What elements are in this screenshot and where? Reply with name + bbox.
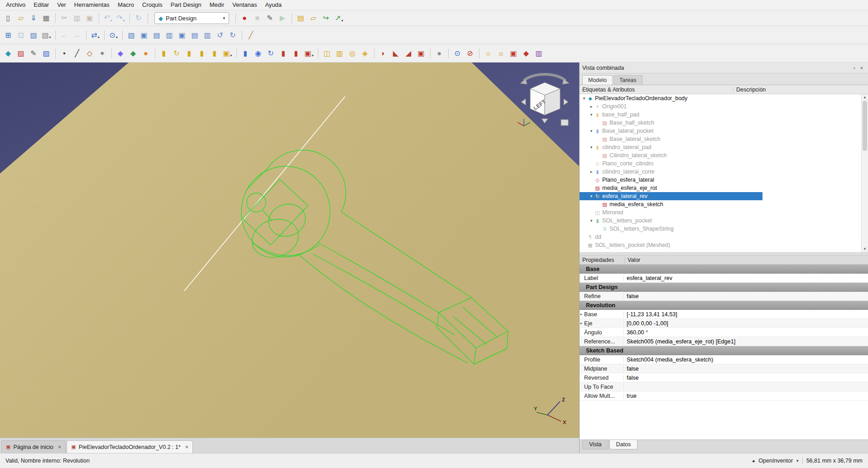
expander-icon[interactable]: ▸ <box>580 321 584 325</box>
tree-item-dd[interactable]: ¶ dd <box>580 233 861 241</box>
property-value[interactable]: esfera_lateral_rev <box>624 275 868 281</box>
datum-plane-button[interactable]: ◇ <box>84 47 96 59</box>
navcube-arrow-right[interactable] <box>564 99 568 105</box>
view-right-button[interactable]: ▥ <box>163 29 176 41</box>
property-value[interactable]: false <box>624 293 868 299</box>
tab-datos[interactable]: Datos <box>609 440 638 449</box>
menu-archivo[interactable]: Archivo <box>2 0 29 10</box>
expander-icon[interactable]: ▾ <box>589 112 594 117</box>
view-front-button[interactable]: ▣ <box>138 29 150 41</box>
tree-item-media-esfera-eje-rot[interactable]: ▨ media_esfera_eje_rot <box>580 184 861 192</box>
property-value[interactable]: false <box>624 375 868 381</box>
expander-icon[interactable]: ▸ <box>580 312 584 316</box>
create-sketch-button[interactable]: ▨ <box>15 47 27 59</box>
tree-item-plano-esfera-lateral[interactable]: ◇ Plano_esfera_lateral <box>580 176 861 184</box>
boolean-button[interactable]: ● <box>433 47 446 59</box>
macro-play-button[interactable]: ▶ <box>277 12 289 24</box>
navcube-arrow-down[interactable] <box>542 119 548 123</box>
tree-item-plano-corte-cilindro[interactable]: ◇ Plano_corte_cilindro <box>580 159 861 168</box>
chevron-down-icon[interactable]: ▾ <box>796 458 799 463</box>
tree-item-mirrored[interactable]: ◫ Mirrored <box>580 208 861 217</box>
prop-refine[interactable]: Refine false <box>580 292 868 301</box>
sprocket-button[interactable]: ☼ <box>482 47 494 59</box>
property-value[interactable]: Sketch005 (media_esfera_eje_rot) [Edge1] <box>624 338 868 345</box>
fit-selection-button[interactable]: ⊡ <box>15 29 27 41</box>
involute-gear-button[interactable]: ☼ <box>495 47 507 59</box>
menu-ver[interactable]: Ver <box>53 0 70 10</box>
mirrored-button[interactable]: ◫ <box>321 47 333 59</box>
draw-style-button[interactable]: ▧▾ <box>40 29 53 41</box>
tree-item-sol-letters-shapestring[interactable]: S SOL_letters_ShapeString <box>580 225 861 233</box>
menu-macro[interactable]: Macro <box>114 0 138 10</box>
menu-croquis[interactable]: Croquis <box>138 0 167 10</box>
menu-ventanas[interactable]: Ventanas <box>228 0 261 10</box>
model-tree[interactable]: ▾ ◆ PieElevadorTecladoOrdenador_body ▸ ⌖… <box>580 94 868 253</box>
tree-item-origin001[interactable]: ▸ ⌖ Origin001 <box>580 102 861 111</box>
workbench-selector[interactable]: ◆ Part Design ▾ <box>154 12 229 24</box>
expander-icon[interactable]: ▸ <box>589 169 594 174</box>
tree-item-base-half-sketch[interactable]: ▨ Base_half_sketch <box>580 119 861 127</box>
chamfer-button[interactable]: ◣ <box>390 47 402 59</box>
menu-part-design[interactable]: Part Design <box>167 0 206 10</box>
shapebinder-button[interactable]: ◆ <box>115 47 127 59</box>
view-top-button[interactable]: ▤ <box>151 29 163 41</box>
fillet-button[interactable]: ◗ <box>377 47 389 59</box>
hole-button[interactable]: ◉ <box>252 47 264 59</box>
prop-up-to-face[interactable]: Up To Face <box>580 382 868 391</box>
tree-item-sol-letters-pocket-meshed[interactable]: ▦ SOL_letters_pocket (Meshed) <box>580 241 861 249</box>
measure-button[interactable]: ╱ <box>245 29 257 41</box>
linear-pattern-button[interactable]: ▥ <box>334 47 346 59</box>
thickness-button[interactable]: ▣ <box>415 47 427 59</box>
subtractive-primitive-button[interactable]: ▣▾ <box>303 47 315 59</box>
defeaturing-button[interactable]: ⊘ <box>464 47 476 59</box>
prop-label[interactable]: Label esfera_lateral_rev <box>580 274 868 283</box>
renderer-selector[interactable]: OpenInventor <box>758 458 793 464</box>
subtractive-pipe-button[interactable]: ▮ <box>290 47 302 59</box>
tree-item-cilindro-lateral-sketch[interactable]: ▨ Cilindro_lateral_sketch <box>580 151 861 159</box>
scrollbar-thumb[interactable] <box>863 101 867 151</box>
tree-header-labels[interactable]: Etiquetas & Atributos <box>580 87 734 93</box>
macro-record-button[interactable]: ● <box>239 12 251 24</box>
new-document-button[interactable]: ▯ <box>2 12 14 24</box>
tree-scrollbar[interactable]: ▲ ▼ <box>861 94 868 252</box>
expander-icon[interactable]: ▾ <box>589 129 594 133</box>
tree-item-media-esfera-sketch[interactable]: ▨ media_esfera_sketch <box>580 200 861 208</box>
properties-header-name[interactable]: Propiedades <box>580 257 625 263</box>
scroll-down-icon[interactable]: ▼ <box>862 246 868 252</box>
pad-button[interactable]: ▮ <box>158 47 170 59</box>
properties-header-value[interactable]: Valor <box>625 257 868 263</box>
tree-item-esfera-lateral-rev[interactable]: ▾ ↻ esfera_lateral_rev <box>580 192 861 200</box>
expander-icon[interactable]: ▾ <box>589 194 594 198</box>
view-axonometric-button[interactable]: ▧ <box>125 29 138 41</box>
nav-back-button[interactable]: ← <box>58 29 71 41</box>
clone-button[interactable]: ● <box>140 47 152 59</box>
prop-base[interactable]: ▸ Base [-11,23 13,41 14,53] <box>580 310 868 319</box>
fit-all-button[interactable]: ⊞ <box>2 29 14 41</box>
tree-item-sol-letters-pocket[interactable]: ▾ ▮ SOL_letters_pocket <box>580 217 861 225</box>
navcube-menu-arrow-icon[interactable]: ▾ <box>570 121 572 125</box>
local-cs-button[interactable]: ⌖ <box>96 47 109 59</box>
rotate-right-button[interactable]: ↻ <box>227 29 239 41</box>
draft-button[interactable]: ◢ <box>403 47 415 59</box>
linked-view-button[interactable]: ⇄▾ <box>89 29 101 41</box>
menu-herramientas[interactable]: Herramientas <box>70 0 114 10</box>
macro-stop-button[interactable]: ■ <box>251 12 264 24</box>
migrate-button[interactable]: ▣ <box>508 47 520 59</box>
prop-angulo[interactable]: Ángulo 360,00 ° <box>580 328 868 337</box>
additive-helix-button[interactable]: ▮ <box>209 47 221 59</box>
close-icon[interactable]: × <box>185 444 189 450</box>
multitransform-button[interactable]: ◈ <box>359 47 371 59</box>
cut-button[interactable]: ✂ <box>58 12 71 24</box>
isometric-view-button[interactable]: ▧ <box>28 29 40 41</box>
panel-float-button[interactable]: ▫ <box>851 65 858 71</box>
tree-item-base-half-pad[interactable]: ▾ ▮ base_half_pad <box>580 111 861 119</box>
copy-button[interactable]: ▥ <box>71 12 83 24</box>
tree-header-description[interactable]: Descripción <box>734 87 868 93</box>
datum-line-button[interactable]: ╱ <box>71 47 83 59</box>
navigation-cube[interactable]: LEFT ▾ <box>515 64 575 131</box>
prop-midplane[interactable]: Midplane false <box>580 364 868 373</box>
view-bottom-button[interactable]: ▤ <box>189 29 201 41</box>
close-icon[interactable]: × <box>58 444 62 450</box>
property-value[interactable]: 360,00 ° <box>624 329 868 336</box>
property-value[interactable]: Sketch004 (media_esfera_sketch) <box>624 357 868 363</box>
